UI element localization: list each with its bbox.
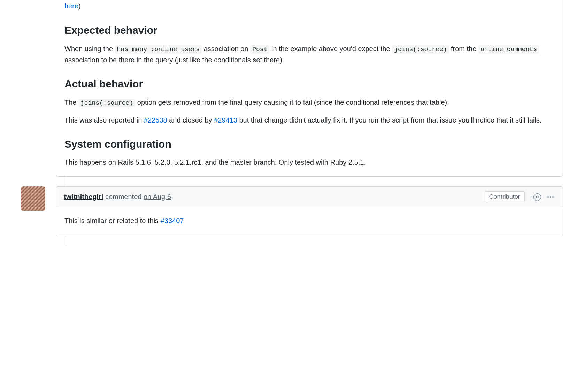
text: option gets removed from the final query… [135,99,449,106]
kebab-dot-icon [550,196,551,198]
text: but that change didn't actually fix it. … [237,116,542,124]
reply-comment: twitnithegirl commented on Aug 6 Contrib… [56,186,563,236]
heading-system: System configuration [64,138,554,151]
text: The [64,99,78,106]
smiley-icon [533,193,541,201]
text: This was also reported in [64,116,144,124]
comment-verb: commented [103,193,144,201]
kebab-dot-icon [547,196,549,198]
code-post: Post [250,45,269,54]
text: This is similar or related to this [64,217,161,225]
code-online-comments: online_comments [478,45,539,54]
issue-comment: here) Expected behavior When using the h… [56,0,563,177]
author-link[interactable]: twitnithegirl [64,193,103,201]
text: When using the [64,45,115,53]
heading-actual: Actual behavior [64,77,554,91]
comment-timestamp[interactable]: on Aug 6 [144,193,171,201]
actual-paragraph-1: The joins(:source) option gets removed f… [64,97,554,108]
text: and closed by [167,116,214,124]
heading-expected: Expected behavior [64,24,554,37]
issue-body: Expected behavior When using the has_man… [56,24,563,176]
text: from the [449,45,478,53]
reply-body: This is similar or related to this #3340… [56,207,563,236]
text: association on [202,45,250,53]
svg-point-0 [536,196,537,196]
code-has-many: has_many :online_users [115,45,202,54]
issue-link-33407[interactable]: #33407 [161,217,184,225]
code-joins-2: joins(:source) [78,99,135,107]
svg-point-1 [538,196,538,196]
avatar[interactable] [21,186,45,211]
actual-paragraph-2: This was also reported in #22538 and clo… [64,115,554,126]
text: in the example above you'd expect the [269,45,392,53]
guidelines-link[interactable]: here [64,2,78,10]
system-paragraph: This happens on Rails 5.1.6, 5.2.0, 5.2.… [64,157,554,168]
truncated-intro: here) [56,0,563,12]
contributor-badge: Contributor [485,191,525,202]
comment-header: twitnithegirl commented on Aug 6 Contrib… [56,187,563,207]
issue-link-29413[interactable]: #29413 [214,116,237,124]
add-reaction-button[interactable]: + [530,193,541,201]
more-actions-button[interactable] [546,195,555,199]
expected-paragraph: When using the has_many :online_users as… [64,43,554,66]
code-joins-1: joins(:source) [392,45,449,54]
kebab-dot-icon [552,196,554,198]
issue-link-22538[interactable]: #22538 [144,116,167,124]
text: association to be there in the query (ju… [64,56,284,64]
truncated-tail: ) [78,2,81,10]
plus-icon: + [530,194,533,200]
comment-byline: twitnithegirl commented on Aug 6 [64,193,171,201]
